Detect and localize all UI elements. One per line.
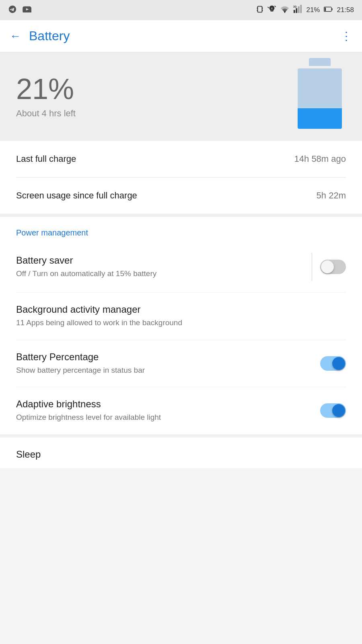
- adaptive-brightness-toggle[interactable]: [320, 403, 346, 418]
- sleep-section[interactable]: Sleep: [0, 438, 362, 468]
- battery-fill: [298, 108, 342, 129]
- battery-time-left: About 4 hrs left: [16, 108, 76, 119]
- battery-saver-title: Battery saver: [16, 255, 304, 266]
- last-full-charge-label: Last full charge: [16, 154, 76, 164]
- sleep-divider: [0, 434, 362, 438]
- svg-rect-2: [262, 7, 263, 9]
- svg-rect-9: [300, 5, 302, 13]
- battery-overview-section: 21% About 4 hrs left: [0, 52, 362, 141]
- adaptive-brightness-row[interactable]: Adaptive brightness Optimize brightness …: [16, 387, 346, 434]
- battery-saver-toggle[interactable]: [320, 260, 346, 274]
- battery-percentage-toggle-thumb: [332, 357, 345, 370]
- battery-icon: [298, 64, 346, 129]
- wifi-icon: [280, 6, 289, 15]
- background-activity-subtitle: 11 Apps being allowed to work in the bac…: [16, 318, 338, 328]
- telegram-icon: [8, 5, 17, 16]
- battery-percentage-toggle[interactable]: [320, 356, 346, 371]
- battery-saver-toggle-thumb: [321, 260, 334, 273]
- svg-rect-7: [296, 8, 298, 13]
- status-bar: 3G 21% 21:58: [0, 0, 362, 20]
- status-right-area: 3G 21% 21:58: [256, 5, 354, 16]
- svg-rect-4: [262, 9, 263, 11]
- background-activity-text: Background activity manager 11 Apps bein…: [16, 304, 346, 328]
- last-full-charge-row: Last full charge 14h 58m ago: [16, 141, 346, 178]
- background-activity-title: Background activity manager: [16, 304, 338, 315]
- header: ← Battery ⋮: [0, 20, 362, 52]
- battery-saver-subtitle: Off / Turn on automatically at 15% batte…: [16, 268, 304, 279]
- battery-percentage-subtitle: Show battery percentage in status bar: [16, 365, 312, 376]
- screen-usage-value: 5h 22m: [317, 190, 346, 201]
- battery-text: 21% About 4 hrs left: [16, 74, 76, 119]
- stats-section: Last full charge 14h 58m ago Screen usag…: [0, 141, 362, 214]
- vibrate-icon: [256, 5, 263, 16]
- battery-saver-text: Battery saver Off / Turn on automaticall…: [16, 255, 312, 279]
- adaptive-brightness-subtitle: Optimize brightness level for available …: [16, 412, 312, 423]
- time-display: 21:58: [337, 6, 354, 14]
- screen-usage-label: Screen usage since full charge: [16, 190, 137, 201]
- last-full-charge-value: 14h 58m ago: [294, 154, 346, 164]
- content: Last full charge 14h 58m ago Screen usag…: [0, 141, 362, 468]
- battery-nub: [309, 58, 331, 66]
- alarm-icon: [267, 5, 276, 16]
- adaptive-brightness-text: Adaptive brightness Optimize brightness …: [16, 398, 320, 423]
- battery-saver-divider: [312, 253, 312, 281]
- section-divider: [0, 214, 362, 217]
- battery-saver-row[interactable]: Battery saver Off / Turn on automaticall…: [16, 242, 346, 293]
- battery-status-icon: [324, 6, 333, 14]
- more-options-button[interactable]: ⋮: [341, 29, 352, 43]
- svg-rect-12: [332, 8, 333, 10]
- svg-rect-3: [257, 9, 258, 11]
- adaptive-brightness-title: Adaptive brightness: [16, 398, 312, 410]
- status-left-icons: [8, 5, 31, 16]
- battery-percentage-text: Battery Percentage Show battery percenta…: [16, 351, 320, 376]
- background-activity-row[interactable]: Background activity manager 11 Apps bein…: [16, 293, 346, 340]
- sleep-title: Sleep: [16, 449, 346, 460]
- settings-section: Power management Battery saver Off / Tur…: [0, 217, 362, 434]
- screen-usage-row: Screen usage since full charge 5h 22m: [16, 178, 346, 214]
- page-title: Battery: [29, 29, 70, 43]
- signal-icon: 3G: [293, 5, 302, 16]
- svg-rect-8: [298, 6, 300, 13]
- svg-rect-0: [258, 6, 262, 12]
- svg-rect-6: [294, 10, 295, 12]
- svg-text:3G: 3G: [293, 5, 297, 8]
- battery-percentage-title: Battery Percentage: [16, 351, 312, 363]
- battery-percentage-row[interactable]: Battery Percentage Show battery percenta…: [16, 340, 346, 388]
- back-button[interactable]: ←: [10, 31, 21, 42]
- battery-percent-status: 21%: [306, 6, 320, 14]
- svg-rect-13: [325, 8, 326, 11]
- youtube-icon: [23, 6, 31, 14]
- power-management-heading: Power management: [16, 217, 346, 242]
- svg-rect-1: [257, 7, 258, 9]
- header-left: ← Battery: [10, 29, 70, 43]
- battery-percentage: 21%: [16, 74, 76, 103]
